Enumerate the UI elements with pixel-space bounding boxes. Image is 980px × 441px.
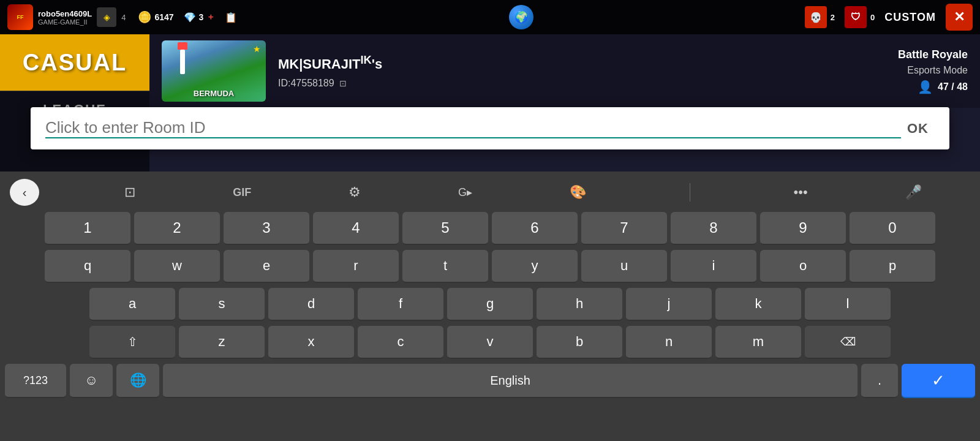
player-info: FF robo5en4609L GAME-GAME_II ◈ 4 [7, 4, 126, 30]
sticker-icon[interactable]: ⊡ [124, 184, 135, 200]
key-e[interactable]: e [224, 250, 309, 283]
key-9[interactable]: 9 [760, 212, 846, 245]
shield-count: 0 [870, 13, 875, 22]
lighthouse-decoration [180, 50, 185, 74]
person-icon: 👤 [918, 80, 933, 94]
rank-badge: ◈ [97, 7, 116, 27]
period-key[interactable]: . [861, 364, 898, 398]
key-2[interactable]: 2 [134, 212, 220, 245]
avatar: FF [7, 4, 33, 30]
currency-bar: 🪙 6147 💎 3 ＋ 📋 [138, 10, 237, 24]
top-right: 💀 2 🛡 0 CUSTOM ✕ [805, 4, 973, 31]
key-f[interactable]: f [358, 288, 443, 321]
key-6[interactable]: 6 [492, 212, 578, 245]
backspace-key[interactable]: ⌫ [805, 326, 891, 359]
owner-superscript: IK [361, 53, 372, 66]
map-star-icon: ★ [253, 44, 261, 54]
voucher-icon: 📋 [225, 12, 237, 23]
toolbar-icons: ⊡ GIF ⚙ G▸ 🎨 ••• 🎤 [76, 183, 970, 202]
coin-icon: 🪙 [138, 10, 151, 24]
battle-mode: Battle Royale [898, 48, 968, 61]
diamond-amount: 3 [199, 12, 204, 22]
mic-icon[interactable]: 🎤 [905, 184, 922, 200]
key-5[interactable]: 5 [402, 212, 488, 245]
zxcv-row: ⇧ z x c v b n m ⌫ [0, 323, 980, 361]
room-details: Battle Royale Esports Mode 👤 47 / 48 [898, 48, 968, 94]
key-u[interactable]: u [581, 250, 667, 283]
globe-key[interactable]: 🌐 [116, 364, 159, 398]
qwerty-row: q w e r t y u i o p [0, 247, 980, 285]
key-q[interactable]: q [45, 250, 130, 283]
translate-icon[interactable]: G▸ [458, 186, 472, 199]
esports-mode: Esports Mode [898, 65, 968, 76]
sidebar-item-casual[interactable]: CASUAL [0, 34, 149, 91]
toolbar-separator [690, 183, 690, 202]
custom-label: CUSTOM [884, 11, 936, 24]
enter-key[interactable]: ✓ [902, 364, 975, 398]
map-name: BERMUDA [194, 89, 234, 98]
key-1[interactable]: 1 [45, 212, 130, 245]
key-k[interactable]: k [715, 288, 801, 321]
shift-key[interactable]: ⇧ [89, 326, 175, 359]
room-id-input[interactable] [45, 118, 901, 138]
owner-main: MK|SURAJIT [278, 57, 361, 72]
key-v[interactable]: v [447, 326, 533, 359]
room-id-text: ID:47558189 [278, 78, 334, 89]
emoji-key[interactable]: ☺ [70, 364, 113, 398]
game-tag: GAME-GAME_II [38, 18, 92, 26]
bottom-row: ?123 ☺ 🌐 English . ✓ [0, 361, 980, 401]
key-j[interactable]: j [626, 288, 712, 321]
space-key[interactable]: English [163, 364, 858, 398]
coins-display: 🪙 6147 [138, 10, 173, 24]
key-m[interactable]: m [715, 326, 801, 359]
key-w[interactable]: w [134, 250, 220, 283]
key-o[interactable]: o [760, 250, 846, 283]
key-n[interactable]: n [626, 326, 712, 359]
key-4[interactable]: 4 [313, 212, 399, 245]
key-a[interactable]: a [89, 288, 175, 321]
key-p[interactable]: p [850, 250, 935, 283]
player-name: robo5en4609L [38, 9, 92, 18]
key-d[interactable]: d [268, 288, 354, 321]
map-thumbnail: BERMUDA ★ [162, 40, 266, 102]
room-info: MK|SURAJITIK's ID:47558189 ⊡ [278, 53, 886, 88]
gif-button[interactable]: GIF [233, 186, 251, 199]
key-r[interactable]: r [313, 250, 399, 283]
symbol-key[interactable]: ?123 [5, 364, 66, 398]
game-panel: BERMUDA ★ MK|SURAJITIK's ID:47558189 ⊡ B… [149, 34, 980, 108]
palette-icon[interactable]: 🎨 [570, 184, 586, 200]
room-capacity: 👤 47 / 48 [898, 80, 968, 94]
key-y[interactable]: y [492, 250, 578, 283]
key-s[interactable]: s [179, 288, 265, 321]
ok-button[interactable]: OK [901, 121, 935, 137]
world-icon[interactable]: 🌍 [509, 5, 533, 29]
map-image: BERMUDA [162, 40, 266, 102]
more-icon[interactable]: ••• [794, 184, 808, 200]
copy-icon[interactable]: ⊡ [339, 78, 347, 88]
key-b[interactable]: b [537, 326, 622, 359]
key-8[interactable]: 8 [671, 212, 756, 245]
shield-item: 🛡 0 [845, 6, 875, 28]
key-7[interactable]: 7 [581, 212, 667, 245]
key-h[interactable]: h [537, 288, 622, 321]
close-button[interactable]: ✕ [946, 4, 973, 31]
top-mid: 🌍 [237, 5, 805, 29]
key-i[interactable]: i [671, 250, 756, 283]
back-button[interactable]: ‹ [10, 179, 39, 206]
number-row: 1 2 3 4 5 6 7 8 9 0 [0, 209, 980, 247]
key-x[interactable]: x [268, 326, 354, 359]
settings-icon[interactable]: ⚙ [349, 184, 361, 200]
key-0[interactable]: 0 [850, 212, 935, 245]
plus-icon[interactable]: ＋ [206, 12, 215, 23]
key-z[interactable]: z [179, 326, 265, 359]
key-t[interactable]: t [402, 250, 488, 283]
room-id-row: ID:47558189 ⊡ [278, 78, 886, 89]
key-g[interactable]: g [447, 288, 533, 321]
skull-icon: 💀 [805, 6, 827, 28]
asdf-row: a s d f g h j k l [0, 285, 980, 323]
badge-count: 4 [121, 13, 126, 22]
key-c[interactable]: c [358, 326, 443, 359]
key-l[interactable]: l [805, 288, 891, 321]
key-3[interactable]: 3 [224, 212, 309, 245]
capacity-text: 47 / 48 [938, 81, 968, 92]
